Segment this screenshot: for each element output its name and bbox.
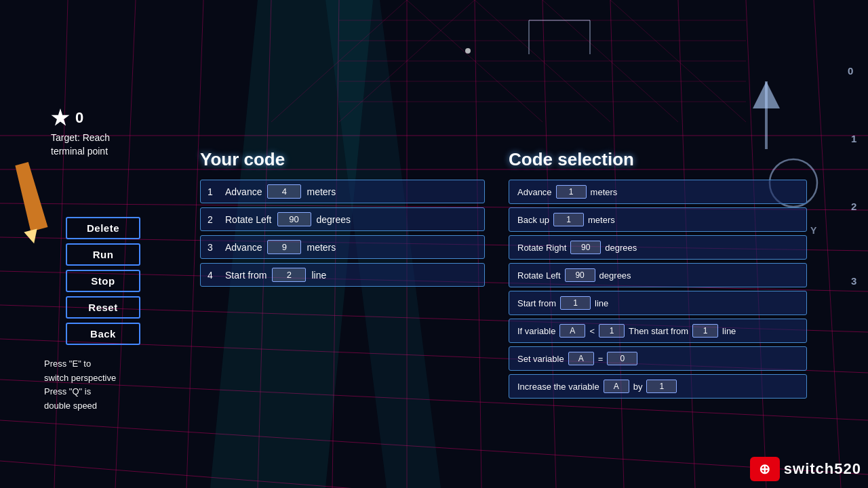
sel-label-start-from: Start from: [517, 298, 556, 308]
your-code-title: Your code: [200, 149, 485, 170]
switch-logo-icon: ⊕: [759, 462, 770, 476]
hint-line3: Press "Q" is: [44, 386, 91, 396]
back-button[interactable]: Back: [66, 323, 140, 345]
sel-input-advance[interactable]: [556, 185, 587, 199]
sel-label-rotate-left: Rotate Left: [517, 270, 561, 281]
sel-then: Then start from: [629, 326, 688, 336]
sel-label-set-variable: Set variable: [517, 354, 564, 364]
svg-text:1: 1: [851, 133, 856, 144]
row-num-1: 1: [208, 186, 217, 197]
code-row-3[interactable]: 3 Advance meters: [200, 235, 485, 259]
sel-row-rotate-left[interactable]: Rotate Left degrees: [509, 263, 807, 287]
row-suffix-2: degrees: [317, 214, 351, 225]
row-suffix-3: meters: [307, 242, 336, 253]
left-buttons: Delete Run Stop Reset Back: [66, 217, 140, 345]
sel-input-rotate-left[interactable]: [565, 268, 595, 282]
code-row-2[interactable]: 2 Rotate Left degrees: [200, 207, 485, 231]
row-input-1[interactable]: [267, 184, 301, 199]
svg-point-47: [465, 48, 471, 54]
sel-row-rotate-right[interactable]: Rotate Right degrees: [509, 235, 807, 260]
row-suffix-1: meters: [307, 186, 336, 197]
sel-op: <: [589, 326, 595, 336]
run-button[interactable]: Run: [66, 243, 140, 266]
code-selection-title: Code selection: [509, 149, 807, 170]
row-suffix-4: line: [311, 270, 326, 281]
hint-line1: Press "E" to: [44, 359, 91, 369]
score-icon: [51, 108, 70, 127]
stop-button[interactable]: Stop: [66, 270, 140, 292]
sel-input-incvar[interactable]: [604, 380, 629, 393]
sel-input-incval[interactable]: [646, 380, 677, 393]
sel-suffix-if: line: [722, 326, 736, 336]
hints-area: Press "E" to switch perspective Press "Q…: [44, 357, 116, 413]
sel-row-if-variable[interactable]: If variable < Then start from line: [509, 319, 807, 343]
code-selection-panel: Code selection Advance meters Back up me…: [509, 149, 807, 399]
sel-row-increase-variable[interactable]: Increase the variable by: [509, 374, 807, 399]
row-num-2: 2: [208, 214, 217, 225]
sel-input-setvar[interactable]: [568, 352, 594, 365]
row-label-1: Advance: [225, 186, 262, 197]
sel-input-var1[interactable]: [559, 324, 585, 338]
svg-text:2: 2: [851, 201, 856, 212]
row-label-3: Advance: [225, 242, 262, 253]
sel-input-val1[interactable]: [599, 324, 625, 338]
code-row-4[interactable]: 4 Start from line: [200, 263, 485, 287]
row-label-4: Start from: [225, 270, 267, 281]
sel-label-advance: Advance: [517, 187, 552, 197]
sel-suffix-backup: meters: [588, 215, 615, 225]
sel-row-backup[interactable]: Back up meters: [509, 207, 807, 232]
score-area: 0 Target: Reachterminal point: [51, 108, 110, 158]
delete-button[interactable]: Delete: [66, 217, 140, 239]
sel-label-backup: Back up: [517, 215, 549, 225]
sel-suffix-rotate-right: degrees: [605, 243, 637, 253]
your-code-panel: Your code 1 Advance meters 2 Rotate Left…: [200, 149, 485, 287]
target-text: Target: Reachterminal point: [51, 131, 110, 158]
score-value: 0: [75, 109, 83, 127]
reset-button[interactable]: Reset: [66, 296, 140, 319]
score-row: 0: [51, 108, 110, 127]
sel-input-rotate-right[interactable]: [570, 241, 601, 254]
sel-row-advance[interactable]: Advance meters: [509, 180, 807, 204]
code-row-1[interactable]: 1 Advance meters: [200, 180, 485, 203]
row-input-2[interactable]: [277, 212, 311, 226]
sel-row-start-from[interactable]: Start from line: [509, 291, 807, 315]
row-num-4: 4: [208, 270, 217, 281]
svg-text:3: 3: [851, 275, 856, 287]
row-input-3[interactable]: [267, 240, 301, 254]
sel-suffix-start-from: line: [595, 298, 608, 308]
sel-input-setval[interactable]: [607, 352, 637, 365]
row-input-4[interactable]: [272, 268, 306, 282]
sel-input-then[interactable]: [692, 324, 718, 338]
switch-logo: ⊕: [750, 457, 780, 481]
hint-line2: switch perspective: [44, 373, 116, 383]
row-label-2: Rotate Left: [225, 214, 272, 225]
sel-row-set-variable[interactable]: Set variable =: [509, 346, 807, 371]
switch-text: switch520: [784, 460, 861, 478]
sel-suffix-advance: meters: [591, 187, 618, 197]
sel-eq: =: [598, 354, 604, 364]
svg-text:Y: Y: [810, 225, 817, 236]
sel-label-increase-variable: Increase the variable: [517, 382, 599, 392]
sel-label-rotate-right: Rotate Right: [517, 243, 566, 253]
row-num-3: 3: [208, 242, 217, 253]
sel-by: by: [633, 382, 643, 392]
code-list: 1 Advance meters 2 Rotate Left degrees 3…: [200, 180, 485, 287]
selection-list: Advance meters Back up meters Rotate Rig…: [509, 180, 807, 399]
svg-text:0: 0: [848, 65, 853, 77]
sel-input-start-from[interactable]: [560, 296, 591, 310]
sel-input-backup[interactable]: [553, 213, 584, 226]
branding-area: ⊕ switch520: [750, 457, 861, 481]
sel-suffix-rotate-left: degrees: [599, 270, 631, 281]
sel-label-if-variable: If variable: [517, 326, 555, 336]
hint-line4: double speed: [44, 401, 97, 411]
